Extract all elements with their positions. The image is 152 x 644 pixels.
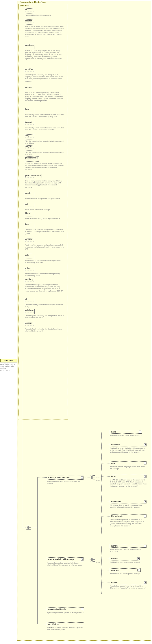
attribute-type-icon: = = = = = =: [25, 22, 34, 23]
attribute-label: uri= = = = = =: [25, 203, 34, 208]
attribute-label: qcode= = = = = =: [25, 192, 34, 197]
related-element[interactable]: related+A related concept, where the rel…: [110, 581, 147, 589]
attribute-label: validto= = = = = =: [25, 322, 34, 327]
expand-icon[interactable]: -: [81, 558, 83, 561]
element-label-text: any ##other: [48, 623, 59, 625]
attribute-roleuri: roleuri= = = = = =A refinement of the se…: [24, 267, 66, 277]
connector-line: [101, 445, 110, 445]
expand-icon[interactable]: +: [144, 462, 147, 464]
attribute-desc: Specifies the language of this property …: [25, 284, 64, 292]
attribute-type-icon: = = = = = =: [25, 270, 34, 271]
attribute-validto: validto= = = = = =The date (and, optiona…: [24, 322, 66, 332]
remoteinfo-element[interactable]: remoteInfo+A link to an item or a web re…: [110, 500, 147, 508]
connector-line: [37, 477, 38, 624]
element-label: sameAs+: [110, 544, 147, 548]
attribute-label: pubconstrainturi= = = = = =: [25, 174, 41, 179]
any-other-box[interactable]: any ##other Extension point for provider…: [47, 622, 84, 630]
attribute-desc: The date (and, optionally, the time) whe…: [25, 74, 64, 82]
attribute-uri: uri= = = = = =A URI which identifies a c…: [24, 203, 66, 210]
element-label: facet+: [110, 475, 147, 478]
connector-line: [101, 463, 110, 464]
attribute-type-icon: = = = = = =: [25, 206, 34, 207]
sequence-connector: [89, 476, 96, 479]
attribute-howuri: howuri= = = = = =Indicates by which mean…: [24, 121, 66, 131]
attribute-type-icon: = = = = = =: [25, 301, 34, 302]
expand-icon[interactable]: +: [144, 515, 147, 518]
group-label-text: ConceptRelationshipsGroup: [48, 558, 74, 560]
attribute-type-icon: = = = = = =: [25, 325, 34, 326]
connector-line: [96, 477, 101, 478]
attribute-role: role= = = = = =A refinement of the seman…: [24, 254, 66, 264]
attribute-desc: A refinement of the semantics of the pro…: [25, 260, 64, 264]
affiliation-element[interactable]: affiliation An affiliation of the organi…: [0, 359, 17, 371]
element-label-text: organisationDetails: [48, 608, 66, 610]
connector-line: [22, 361, 22, 527]
attribute-type-icon: = = = = = =: [25, 111, 34, 112]
conceptdefinitiongroup-box[interactable]: ConceptDefinitionGroup - A group of prop…: [47, 476, 84, 484]
hierarchyinfo-element[interactable]: hierarchyInfo+Represents the position of…: [110, 514, 147, 527]
attribute-desc: A refinement of the semantics of the pro…: [25, 273, 64, 277]
attribute-desc: If the attribute is empty, specifies whi…: [25, 50, 64, 60]
diagram-canvas: OrganisationAffiliationType attributes a…: [0, 0, 152, 644]
element-label: narrower+: [110, 568, 141, 572]
expand-icon[interactable]: +: [144, 476, 147, 478]
note-element[interactable]: note+Additional natural language informa…: [110, 462, 147, 470]
expand-icon[interactable]: -: [81, 476, 83, 479]
organisationdetails-label: organisationDetails +: [47, 607, 84, 611]
attribute-label: type= = = = = =: [25, 223, 34, 228]
attribute-desc: If the property value is not defined, sp…: [25, 25, 64, 37]
expand-icon[interactable]: +: [137, 558, 140, 560]
attribute-label: dir= = = = = =: [25, 298, 34, 303]
attribute-why: why= = = = = =Why the metadata has been …: [24, 134, 66, 144]
expand-icon[interactable]: +: [81, 608, 83, 610]
broader-element[interactable]: broader+An identifier of a more generic …: [110, 557, 140, 563]
organisationdetails-desc: A group of properties specific to an org…: [47, 612, 84, 614]
attribute-label: literal= = = = = =: [25, 212, 34, 217]
narrower-element[interactable]: narrower+An identifier of a more specifi…: [110, 568, 141, 574]
expand-icon[interactable]: +: [144, 582, 147, 584]
expand-icon[interactable]: +: [138, 569, 140, 572]
attribute-type-icon: = = = = = =: [25, 148, 34, 149]
conceptdefinitiongroup-desc: A group of properites required to define…: [47, 480, 84, 484]
sameas-element[interactable]: sameAs+An identifier of a concept with e…: [110, 544, 147, 552]
attribute-label: roleuri= = = = = =: [25, 267, 34, 272]
connector-line: [22, 527, 26, 527]
connector-line: [101, 582, 110, 583]
definition-element[interactable]: definition+A natural language definition…: [110, 443, 147, 453]
expand-icon[interactable]: +: [144, 545, 147, 547]
attribute-xml-lang: xml:lang= = = = = =Specifies the languag…: [24, 278, 66, 292]
organisationdetails-box[interactable]: organisationDetails + A group of propert…: [47, 607, 84, 614]
any-other-desc: Extension point for provider-defined pro…: [47, 626, 84, 630]
attribute-desc: The directionality of textual content (e…: [25, 304, 64, 308]
attribute-typeuri: typeuri= = = = = =The type of the concep…: [24, 238, 66, 250]
attribute-label: typeuri= = = = = =: [25, 238, 34, 243]
element-label-text: note: [111, 462, 115, 464]
element-desc: A related concept, where the relationshi…: [110, 585, 147, 589]
attribute-desc: A URI which identifies a concept.: [25, 209, 64, 210]
attribute-qcode: qcode= = = = = =A qualified code assigne…: [24, 192, 66, 200]
name-element[interactable]: name+A natural language name for the con…: [110, 430, 142, 436]
conceptrelationshipsgroup-label: ConceptRelationshipsGroup -: [47, 557, 84, 561]
attribute-label: whyuri= = = = = =: [25, 146, 34, 150]
attribute-validfrom: validfrom= = = = = =The date (and, optio…: [24, 309, 66, 319]
element-desc: A natural language definition of the sem…: [110, 447, 147, 453]
attribute-label: custom= = = = = =: [25, 86, 34, 91]
element-desc: Additional natural language information …: [110, 466, 147, 470]
any-other-label: any ##other: [47, 622, 84, 626]
element-label-text: broader: [111, 558, 118, 560]
conceptrelationshipsgroup-box[interactable]: ConceptRelationshipsGroup - A group of p…: [47, 557, 84, 566]
facet-element[interactable]: facet+In NAR 1.8 and later, facet is dep…: [110, 475, 147, 487]
connector-line: [32, 527, 37, 527]
connector-line: [101, 432, 110, 432]
element-desc: An identifier of a more specific concept…: [110, 572, 141, 574]
expand-icon[interactable]: +: [139, 431, 141, 433]
connector-line: [101, 559, 110, 559]
expand-icon[interactable]: +: [144, 444, 147, 446]
right-column: [110, 429, 149, 592]
attribute-label: xml:lang= = = = = =: [25, 278, 34, 283]
attribute-creator: creator= = = = = =If the property value …: [24, 20, 66, 37]
connector-line: [101, 476, 110, 477]
attribute-type-icon: = = = = = =: [25, 71, 34, 72]
expand-icon[interactable]: +: [144, 500, 147, 503]
sequence-connector: [26, 525, 32, 529]
